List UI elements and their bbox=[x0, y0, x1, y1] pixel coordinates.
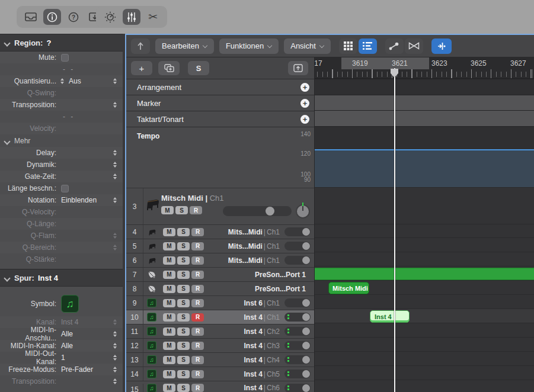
solo-mode-button[interactable]: S bbox=[188, 61, 209, 75]
record-button[interactable]: R bbox=[191, 356, 204, 364]
solo-button[interactable]: S bbox=[177, 327, 190, 336]
lane-track-4[interactable] bbox=[315, 224, 534, 237]
track-header-12[interactable]: 12 ♫ MSR Inst 4|Ch3 bbox=[126, 338, 314, 352]
slider-knob[interactable] bbox=[302, 356, 310, 364]
track-header-9[interactable]: 9 ♫ MSR Inst 6|Ch1 bbox=[126, 295, 314, 310]
midiout-kanal-value[interactable]: 1 bbox=[61, 354, 65, 362]
slider-knob[interactable] bbox=[302, 370, 310, 378]
bar-ruler[interactable]: 3617 3619 3621 3623 3625 3627 bbox=[315, 57, 534, 79]
mute-button[interactable]: M bbox=[163, 271, 175, 279]
region-inst4-selected[interactable]: Inst 4 bbox=[370, 310, 410, 323]
lane-track-15[interactable] bbox=[315, 380, 534, 391]
record-button[interactable]: R bbox=[191, 271, 204, 279]
track-header-7[interactable]: 7 MSR PreSon...Port 1 bbox=[126, 267, 314, 281]
slider-knob[interactable] bbox=[302, 256, 310, 264]
record-button-armed[interactable]: R bbox=[191, 313, 204, 322]
global-track-marker[interactable]: Marker + bbox=[126, 95, 314, 111]
slider-knob[interactable] bbox=[302, 299, 310, 307]
menu-funktionen[interactable]: Funktionen bbox=[219, 38, 279, 54]
slider-knob[interactable] bbox=[302, 242, 310, 250]
solo-button[interactable]: S bbox=[177, 313, 190, 322]
volume-slider[interactable] bbox=[284, 384, 311, 392]
lane-track-12[interactable] bbox=[315, 337, 534, 351]
mute-button[interactable]: M bbox=[163, 256, 175, 265]
global-track-tempo[interactable]: Tempo 140 120 100 90 bbox=[126, 127, 314, 188]
track-header-6[interactable]: 6 MSR Mits...Midi|Ch1 bbox=[126, 253, 314, 267]
track-header-11[interactable]: 11 ♫ MSR Inst 4|Ch2 bbox=[126, 324, 314, 338]
menu-ansicht[interactable]: Ansicht bbox=[284, 38, 331, 54]
track-lanes[interactable]: Mitsch Midi Inst 4 bbox=[315, 187, 534, 391]
volume-slider[interactable] bbox=[284, 327, 311, 336]
record-button[interactable]: R bbox=[191, 327, 204, 336]
region-track7-bar[interactable] bbox=[315, 268, 534, 280]
volume-slider[interactable] bbox=[284, 227, 311, 236]
volume-slider[interactable] bbox=[284, 298, 311, 307]
region-mitsch-midi[interactable]: Mitsch Midi bbox=[328, 282, 369, 294]
gatezeit-stepper[interactable] bbox=[113, 173, 117, 179]
mute-button[interactable]: M bbox=[163, 313, 175, 322]
inbox-icon[interactable] bbox=[22, 9, 40, 25]
mute-button[interactable]: M bbox=[163, 242, 175, 250]
solo-button[interactable]: S bbox=[175, 206, 188, 214]
midiin-port-stepper[interactable] bbox=[113, 331, 117, 337]
solo-button[interactable]: S bbox=[177, 299, 190, 307]
menu-bearbeiten[interactable]: Bearbeiten bbox=[155, 38, 214, 54]
volume-slider[interactable] bbox=[284, 355, 311, 364]
automation-button[interactable] bbox=[385, 38, 404, 54]
record-button[interactable]: R bbox=[191, 299, 204, 307]
marker-lane[interactable] bbox=[315, 95, 534, 110]
record-button[interactable]: R bbox=[191, 384, 204, 392]
mute-button[interactable]: M bbox=[163, 370, 175, 378]
hide-global-tracks-button[interactable] bbox=[288, 61, 308, 75]
midiout-kanal-stepper[interactable] bbox=[113, 355, 117, 361]
laenge-checkbox[interactable] bbox=[61, 185, 69, 192]
record-button[interactable]: R bbox=[191, 370, 204, 378]
notation-stepper[interactable] bbox=[113, 197, 117, 203]
add-marker-icon[interactable]: + bbox=[300, 99, 309, 108]
duplicate-track-button[interactable] bbox=[158, 61, 180, 75]
record-button[interactable]: R bbox=[191, 256, 204, 265]
track-header-4[interactable]: 4 MSR Mits...Midi|Ch1 bbox=[126, 224, 314, 239]
record-button[interactable]: R bbox=[191, 228, 204, 236]
quantize-label-stepper[interactable] bbox=[60, 78, 64, 84]
solo-button[interactable]: S bbox=[177, 228, 190, 236]
global-track-arrangement[interactable]: Arrangement + bbox=[126, 79, 314, 95]
solo-button[interactable]: S bbox=[177, 370, 190, 378]
freeze-value[interactable]: Pre-Fader bbox=[61, 365, 93, 374]
mute-button[interactable]: M bbox=[163, 327, 175, 336]
quantize-stepper[interactable] bbox=[113, 78, 117, 84]
slider-knob[interactable] bbox=[302, 384, 310, 392]
timeline[interactable]: 3617 3619 3621 3623 3625 3627 bbox=[314, 57, 534, 392]
record-button[interactable]: R bbox=[191, 342, 204, 350]
slider-knob[interactable] bbox=[266, 207, 274, 216]
lane-track-11[interactable] bbox=[315, 323, 534, 337]
taktart-lane[interactable] bbox=[315, 110, 534, 126]
add-taktart-icon[interactable]: + bbox=[300, 115, 309, 124]
delay-stepper[interactable] bbox=[113, 150, 117, 156]
midiin-port-value[interactable]: Alle bbox=[61, 330, 73, 338]
notation-value[interactable]: Einblenden bbox=[61, 196, 97, 204]
pan-knob[interactable] bbox=[296, 204, 310, 219]
track-header-3[interactable]: 3 Mitsch Midi | Ch1 M S R bbox=[126, 188, 314, 224]
qflam-stepper[interactable] bbox=[113, 233, 117, 239]
mute-checkbox[interactable] bbox=[61, 54, 69, 62]
global-track-taktart[interactable]: Taktart/Tonart + bbox=[126, 111, 314, 127]
track-header-15[interactable]: 15 ♫ MSR Inst 4|Ch6 bbox=[126, 381, 314, 392]
midiin-kanal-stepper[interactable] bbox=[113, 343, 117, 349]
record-button[interactable]: R bbox=[190, 206, 202, 214]
mute-button[interactable]: M bbox=[161, 206, 174, 214]
track-header-10-selected[interactable]: 10 ♫ MSR Inst 4|Ch1 bbox=[126, 310, 314, 324]
volume-slider[interactable] bbox=[223, 206, 292, 216]
qbereich-stepper[interactable] bbox=[113, 245, 117, 250]
volume-slider[interactable] bbox=[284, 369, 311, 378]
solo-button[interactable]: S bbox=[177, 242, 190, 250]
spur-transposition-stepper[interactable] bbox=[113, 378, 117, 384]
track-symbol-button[interactable]: ♫ bbox=[61, 295, 79, 313]
spur-section-header[interactable]: Spur: Inst 4 bbox=[0, 269, 123, 287]
lane-track-9[interactable] bbox=[315, 294, 534, 309]
arrangement-lane[interactable] bbox=[315, 79, 534, 95]
mute-button[interactable]: M bbox=[163, 356, 175, 364]
add-arrangement-icon[interactable]: + bbox=[300, 83, 309, 92]
mute-button[interactable]: M bbox=[163, 228, 175, 236]
midiin-kanal-value[interactable]: Alle bbox=[61, 342, 73, 350]
